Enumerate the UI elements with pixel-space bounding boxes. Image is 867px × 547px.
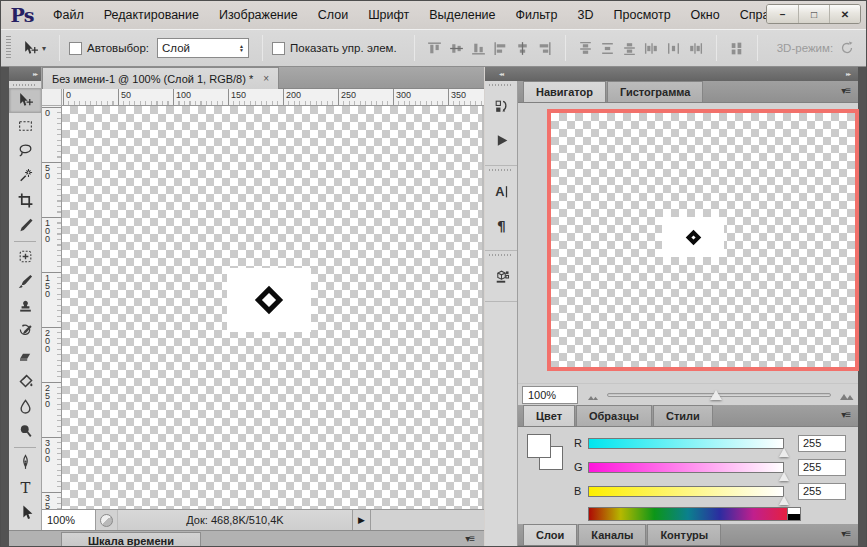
align-left-edges-button[interactable] <box>490 37 512 59</box>
color-tab[interactable]: Стили <box>653 405 713 426</box>
adobe-drive-icon[interactable] <box>96 510 118 530</box>
close-button[interactable]: ✕ <box>829 5 860 23</box>
align-horizontal-centers-button[interactable] <box>512 37 534 59</box>
r-channel-slider[interactable] <box>588 438 784 449</box>
spectrum-ramp[interactable] <box>588 507 788 521</box>
close-icon[interactable]: × <box>263 73 269 84</box>
navigator-tab[interactable]: Гистограмма <box>607 81 703 102</box>
tools-panel-grip[interactable] <box>9 81 41 88</box>
status-options-arrow[interactable]: ▶ <box>353 510 371 530</box>
dock-bottom-tab[interactable]: Слои <box>523 524 577 545</box>
autoselect-target-select[interactable]: Слой ▲▼ <box>157 38 249 58</box>
paint-bucket-tool-button[interactable] <box>9 369 42 394</box>
slider-thumb[interactable] <box>710 390 722 400</box>
history-brush-tool-button[interactable] <box>9 319 42 344</box>
horizontal-ruler[interactable]: 050100150200250300350 <box>62 89 484 106</box>
zoom-level-field[interactable]: 100% <box>42 510 96 530</box>
layers-menu-icon[interactable]: ▾≡ <box>841 528 850 539</box>
menu-window[interactable]: Окно <box>681 1 730 29</box>
slider-thumb[interactable] <box>779 472 789 481</box>
3d-panel-button[interactable] <box>485 259 518 293</box>
menu-filter[interactable]: Фильтр <box>506 1 568 29</box>
distribute-vertical-centers-button[interactable] <box>597 37 619 59</box>
minimize-button[interactable]: – <box>767 5 798 23</box>
black-white-swatches[interactable] <box>788 507 801 521</box>
navigator-zoom-field[interactable]: 100% <box>522 386 578 404</box>
color-spectrum[interactable] <box>588 507 801 521</box>
quick-selection-tool-button[interactable] <box>9 163 42 188</box>
color-tab[interactable]: Образцы <box>576 405 652 426</box>
layer-content[interactable] <box>227 268 311 332</box>
burn-tool-button[interactable] <box>9 419 42 444</box>
actions-panel-button[interactable] <box>485 123 518 157</box>
auto-align-layers-button[interactable] <box>726 37 748 59</box>
paragraph-panel-button[interactable] <box>485 208 518 242</box>
slider-thumb[interactable] <box>779 496 789 505</box>
vertical-ruler[interactable]: 05 01 0 01 5 02 0 02 5 03 0 03 5 0 <box>42 106 62 509</box>
navigator-menu-icon[interactable]: ▾≡ <box>841 85 850 96</box>
align-vertical-centers-button[interactable] <box>446 37 468 59</box>
maximize-button[interactable]: □ <box>798 5 829 23</box>
canvas[interactable] <box>62 106 482 509</box>
pen-tool-button[interactable] <box>9 450 42 475</box>
menu-view[interactable]: Просмотр <box>604 1 681 29</box>
timeline-menu-icon[interactable]: ▾≡ <box>465 533 474 544</box>
menu-select[interactable]: Выделение <box>419 1 505 29</box>
distribute-top-edges-button[interactable] <box>575 37 597 59</box>
clone-stamp-tool-button[interactable] <box>9 294 42 319</box>
navigator-tab[interactable]: Навигатор <box>523 81 606 102</box>
slider-thumb[interactable] <box>779 448 789 457</box>
r-value-input[interactable]: 255 <box>798 435 846 452</box>
collapse-panels-icon[interactable]: ▸▸ <box>846 70 850 77</box>
distribute-bottom-edges-button[interactable] <box>619 37 641 59</box>
path-selection-tool-button[interactable] <box>9 500 42 525</box>
zoom-in-icon[interactable] <box>839 387 854 402</box>
align-top-edges-button[interactable] <box>424 37 446 59</box>
color-menu-icon[interactable]: ▾≡ <box>841 409 850 420</box>
move-tool-button[interactable] <box>9 88 42 113</box>
autoselect-checkbox[interactable] <box>69 42 82 55</box>
current-tool-button[interactable]: ▾ <box>18 38 50 59</box>
history-panel-button[interactable] <box>485 89 518 123</box>
crop-tool-button[interactable] <box>9 188 42 213</box>
document-size-status[interactable]: Док: 468,8K/510,4K <box>118 510 353 530</box>
strip-grip[interactable] <box>485 251 517 259</box>
blur-tool-button[interactable] <box>9 394 42 419</box>
type-tool-button[interactable] <box>9 475 42 500</box>
menu-file[interactable]: Файл <box>43 1 94 29</box>
align-bottom-edges-button[interactable] <box>468 37 490 59</box>
menu-layers[interactable]: Слои <box>308 1 358 29</box>
g-channel-slider[interactable] <box>588 462 784 473</box>
navigator-proxy-view[interactable] <box>547 109 859 371</box>
b-value-input[interactable]: 255 <box>798 483 846 500</box>
zoom-out-icon[interactable] <box>586 388 599 401</box>
options-bar-grip[interactable] <box>6 36 11 60</box>
lasso-tool-button[interactable] <box>9 138 42 163</box>
g-value-input[interactable]: 255 <box>798 459 846 476</box>
strip-grip[interactable] <box>485 81 517 89</box>
eraser-tool-button[interactable] <box>9 344 42 369</box>
distribute-horizontal-centers-button[interactable] <box>663 37 685 59</box>
navigator-zoom-slider[interactable] <box>607 393 831 397</box>
distribute-right-edges-button[interactable] <box>685 37 707 59</box>
3d-rotate-icon[interactable] <box>839 40 855 56</box>
b-channel-slider[interactable] <box>588 486 784 497</box>
eyedropper-tool-button[interactable] <box>9 213 42 238</box>
document-tab[interactable]: Без имени-1 @ 100% (Слой 1, RGB/8) * × <box>42 67 279 89</box>
color-tab[interactable]: Цвет <box>523 405 575 426</box>
show-transform-controls-checkbox[interactable] <box>272 42 285 55</box>
foreground-color-swatch[interactable] <box>527 434 551 458</box>
align-right-edges-button[interactable] <box>534 37 556 59</box>
character-panel-button[interactable] <box>485 174 518 208</box>
strip-grip[interactable] <box>485 166 517 174</box>
marquee-tool-button[interactable] <box>9 113 42 138</box>
dock-bottom-tab[interactable]: Контуры <box>647 524 721 545</box>
dock-bottom-tab[interactable]: Каналы <box>578 524 646 545</box>
menu-edit[interactable]: Редактирование <box>94 1 209 29</box>
tools-panel-collapse[interactable]: ▸▸ <box>9 67 41 81</box>
brush-tool-button[interactable] <box>9 269 42 294</box>
distribute-left-edges-button[interactable] <box>641 37 663 59</box>
menu-image[interactable]: Изображение <box>209 1 308 29</box>
menu-3d[interactable]: 3D <box>568 1 604 29</box>
timeline-tab[interactable]: Шкала времени <box>61 532 201 547</box>
